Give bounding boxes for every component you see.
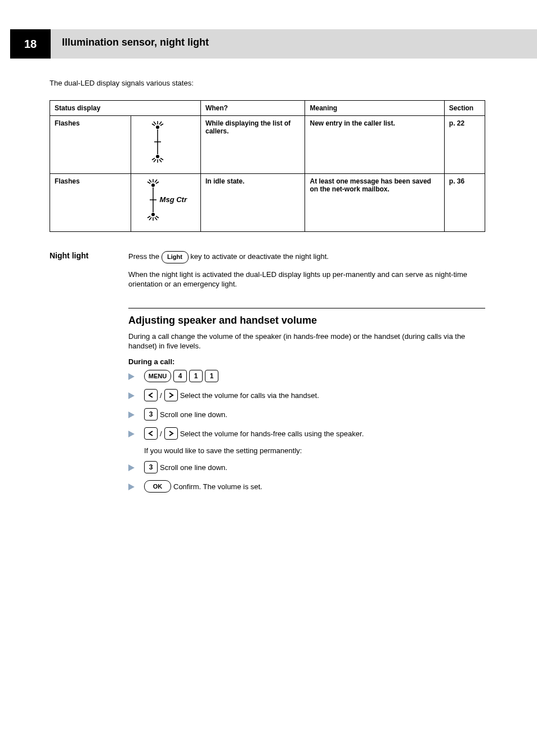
menu-key: MENU — [144, 370, 171, 382]
svg-point-14 — [151, 184, 155, 187]
nl-p1-suffix: key to activate or deactivate the night … — [190, 252, 329, 261]
step-note-text: If you would like to save the setting pe… — [144, 446, 302, 455]
step-row: MENU 4 1 1 — [128, 370, 485, 387]
page-title: Illumination sensor, night light — [62, 37, 209, 48]
step-arrow-icon — [128, 370, 144, 380]
svg-line-9 — [152, 158, 155, 160]
led-flash-icon — [141, 119, 191, 170]
cell-status-icon: Msg Ctr — [131, 174, 201, 232]
msg-ctr-label: Msg Ctr — [160, 195, 187, 204]
step-arrow-icon — [128, 427, 144, 437]
svg-line-1 — [152, 124, 155, 126]
cell-status-icon — [131, 116, 201, 174]
right-arrow-key — [164, 389, 178, 401]
night-light-p1: Press the Light key to activate or deact… — [128, 251, 485, 263]
svg-line-4 — [154, 122, 156, 124]
step-text: Scroll one line down. — [160, 463, 227, 472]
step-arrow-icon — [128, 408, 144, 418]
cell-meaning: At least one message has been saved on t… — [305, 174, 444, 232]
th-section: Section — [444, 101, 485, 116]
step-arrow-icon — [128, 480, 144, 490]
svg-line-27 — [155, 217, 157, 220]
cell-meaning: New entry in the caller list. — [305, 116, 444, 174]
cell-status-text: Flashes — [50, 116, 131, 174]
cell-when: While displaying the list of callers. — [200, 116, 305, 174]
intro-line: The dual-LED display signals various sta… — [50, 79, 485, 88]
cell-section: p. 22 — [444, 116, 485, 174]
section-sublabel: During a call: — [128, 357, 485, 366]
left-arrow-key — [144, 389, 158, 401]
svg-line-13 — [159, 159, 162, 162]
step-arrow-icon — [128, 461, 144, 471]
th-status: Status display — [50, 101, 201, 116]
section-heading: Adjusting speaker and handset volume — [128, 314, 485, 327]
cell-when: In idle state. — [200, 174, 305, 232]
table-row: Flashes — [50, 174, 485, 232]
step-row: / Select the volume for hands-free calls… — [128, 427, 485, 444]
table-header-row: Status display When? Meaning Section — [50, 101, 485, 116]
step-note: If you would like to save the setting pe… — [128, 446, 485, 459]
step-arrow-icon — [128, 389, 144, 399]
step-row: / Select the volume for calls via the ha… — [128, 389, 485, 406]
svg-line-18 — [149, 180, 151, 182]
svg-line-24 — [156, 216, 159, 218]
section-intro: During a call change the volume of the s… — [128, 332, 485, 351]
step-text: Confirm. The volume is set. — [173, 482, 262, 491]
digit-3-key: 3 — [144, 408, 158, 421]
svg-line-5 — [159, 122, 162, 124]
svg-line-23 — [147, 216, 150, 218]
page-number-box: 18 — [10, 29, 51, 59]
svg-line-10 — [160, 158, 163, 160]
page-content: The dual-LED display signals various sta… — [50, 79, 485, 499]
svg-point-8 — [156, 155, 159, 158]
table-row: Flashes — [50, 116, 485, 174]
digit-4-key: 4 — [173, 370, 187, 382]
status-table: Status display When? Meaning Section Fla… — [50, 100, 485, 232]
step-row: OK Confirm. The volume is set. — [128, 480, 485, 497]
digit-1-key: 1 — [205, 370, 218, 382]
night-light-section: Night light Press the Light key to activ… — [50, 251, 485, 499]
digit-1-key: 1 — [189, 370, 203, 382]
svg-line-12 — [154, 159, 156, 162]
steps-list: MENU 4 1 1 / — [128, 370, 485, 497]
svg-line-19 — [155, 180, 157, 182]
night-light-p2: When the night light is activated the du… — [128, 270, 485, 289]
nl-p1-prefix: Press the — [128, 252, 162, 261]
page-number: 18 — [24, 38, 37, 51]
digit-3-key: 3 — [144, 461, 158, 473]
cell-status-text: Flashes — [50, 174, 131, 232]
svg-line-15 — [147, 182, 150, 184]
light-key: Light — [162, 251, 189, 263]
ok-key: OK — [144, 480, 171, 493]
section-divider — [128, 308, 485, 308]
step-row: 3 Scroll one line down. — [128, 461, 485, 478]
right-arrow-key — [164, 427, 178, 440]
svg-line-26 — [149, 217, 151, 220]
svg-point-22 — [151, 213, 155, 216]
step-row: 3 Scroll one line down. — [128, 408, 485, 425]
step-text: Scroll one line down. — [160, 410, 227, 419]
led-flash-msgctr-icon: Msg Ctr — [141, 177, 191, 228]
svg-line-2 — [160, 124, 163, 126]
svg-line-16 — [156, 182, 159, 184]
left-arrow-key — [144, 427, 158, 440]
svg-point-0 — [156, 126, 159, 129]
night-light-label: Night light — [50, 251, 123, 260]
th-meaning: Meaning — [305, 101, 444, 116]
cell-section: p. 36 — [444, 174, 485, 232]
step-text: Select the volume for calls via the hand… — [180, 391, 319, 400]
th-when: When? — [200, 101, 305, 116]
step-text: Select the volume for hands-free calls u… — [180, 430, 364, 438]
